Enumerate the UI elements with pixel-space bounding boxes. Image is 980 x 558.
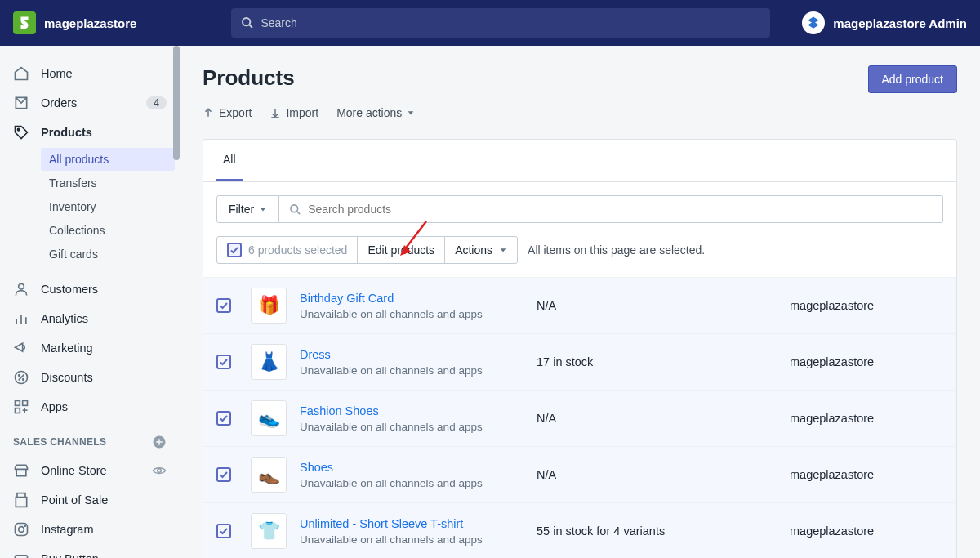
global-search[interactable] xyxy=(231,8,770,38)
select-all-checkbox[interactable] xyxy=(227,243,242,257)
export-icon xyxy=(203,107,214,118)
svg-point-21 xyxy=(158,469,162,473)
table-row[interactable]: 👞 Shoes Unavailable on all channels and … xyxy=(203,446,956,502)
product-title-link[interactable]: Birthday Gift Card xyxy=(300,292,537,305)
nav-online-store[interactable]: Online Store xyxy=(5,456,175,485)
product-title-link[interactable]: Dress xyxy=(300,348,537,361)
nav-orders-label: Orders xyxy=(41,96,77,109)
product-vendor: mageplazastore xyxy=(790,355,874,368)
svg-point-0 xyxy=(243,18,250,25)
svg-point-11 xyxy=(19,375,20,377)
product-list: 🎁 Birthday Gift Card Unavailable on all … xyxy=(203,277,956,558)
subnav-all-products[interactable]: All products xyxy=(41,148,175,171)
table-row[interactable]: 👕 Unlimited - Short Sleeve T-shirt Unava… xyxy=(203,502,956,558)
store-logo-wrap[interactable]: mageplazastore xyxy=(13,11,136,34)
row-checkbox[interactable] xyxy=(216,411,231,426)
product-thumbnail: 👕 xyxy=(251,513,287,549)
product-vendor: mageplazastore xyxy=(790,525,874,538)
bulk-toolbar: 6 products selected Edit products Action… xyxy=(216,236,518,264)
customers-icon xyxy=(13,281,29,297)
svg-point-4 xyxy=(17,128,20,131)
nav-products-label: Products xyxy=(41,126,92,139)
product-vendor: mageplazastore xyxy=(790,299,874,312)
nav-customers-label: Customers xyxy=(41,283,98,296)
subnav-transfers[interactable]: Transfers xyxy=(41,172,175,194)
page-title: Products xyxy=(203,65,295,91)
edit-products-button[interactable]: Edit products xyxy=(358,237,445,263)
scrollbar-thumb[interactable] xyxy=(173,46,180,160)
table-row[interactable]: 🎁 Birthday Gift Card Unavailable on all … xyxy=(203,277,956,333)
nav-customers[interactable]: Customers xyxy=(5,275,175,304)
row-checkbox[interactable] xyxy=(216,524,231,538)
product-subtitle: Unavailable on all channels and apps xyxy=(300,308,537,320)
import-icon xyxy=(270,107,281,118)
more-actions[interactable]: More actions xyxy=(336,106,415,119)
filter-button[interactable]: Filter xyxy=(216,195,279,223)
chevron-down-icon xyxy=(407,109,415,117)
import-action[interactable]: Import xyxy=(270,106,318,119)
row-checkbox[interactable] xyxy=(216,355,231,369)
table-row[interactable]: 👟 Fashion Shoes Unavailable on all chann… xyxy=(203,390,956,446)
nav-marketing[interactable]: Marketing xyxy=(5,333,175,363)
product-title-link[interactable]: Unlimited - Short Sleeve T-shirt xyxy=(300,517,537,530)
tab-all[interactable]: All xyxy=(216,140,243,181)
selection-count-seg[interactable]: 6 products selected xyxy=(217,237,358,263)
svg-point-5 xyxy=(19,283,24,289)
export-action[interactable]: Export xyxy=(203,106,252,119)
add-channel-icon[interactable] xyxy=(152,435,167,449)
nav-analytics[interactable]: Analytics xyxy=(5,304,175,333)
subnav-collections[interactable]: Collections xyxy=(41,219,175,242)
shopify-logo-icon xyxy=(13,11,36,34)
products-card: All Filter xyxy=(203,139,957,558)
admin-name: mageplazastore Admin xyxy=(833,16,967,30)
discounts-icon xyxy=(13,369,29,386)
row-checkbox[interactable] xyxy=(216,467,231,482)
apps-icon xyxy=(13,399,29,415)
nav-marketing-label: Marketing xyxy=(41,341,93,355)
table-row[interactable]: 👗 Dress Unavailable on all channels and … xyxy=(203,333,956,390)
nav-instagram[interactable]: Instagram xyxy=(5,515,175,544)
product-stock: N/A xyxy=(537,468,790,481)
pos-icon xyxy=(13,492,29,508)
subnav-inventory[interactable]: Inventory xyxy=(41,195,175,218)
svg-rect-15 xyxy=(16,408,20,413)
nav-products[interactable]: Products xyxy=(5,118,175,147)
instagram-icon xyxy=(13,521,29,538)
selection-note: All items on this page are selected. xyxy=(528,243,705,257)
orders-badge: 4 xyxy=(146,96,167,109)
product-search-wrap[interactable] xyxy=(279,195,943,223)
chevron-down-icon xyxy=(499,246,507,254)
nav-apps[interactable]: Apps xyxy=(5,392,175,422)
sales-channels-header: SALES CHANNELS xyxy=(5,422,175,456)
nav-apps-label: Apps xyxy=(41,400,68,413)
bulk-actions-button[interactable]: Actions xyxy=(445,237,517,263)
nav-home-label: Home xyxy=(41,67,73,80)
orders-icon xyxy=(13,95,29,111)
nav-buy-button[interactable]: Buy Button xyxy=(5,544,175,558)
nav-instagram-label: Instagram xyxy=(41,523,93,536)
nav-discounts[interactable]: Discounts xyxy=(5,363,175,392)
nav-orders[interactable]: Orders 4 xyxy=(5,88,175,118)
product-title-link[interactable]: Shoes xyxy=(300,461,537,474)
product-title-link[interactable]: Fashion Shoes xyxy=(300,404,537,417)
svg-point-23 xyxy=(19,527,24,533)
nav-pos-label: Point of Sale xyxy=(41,493,108,507)
nav-discounts-label: Discounts xyxy=(41,371,93,384)
global-search-input[interactable] xyxy=(261,16,760,29)
view-icon[interactable] xyxy=(152,463,167,478)
nav-home[interactable]: Home xyxy=(5,59,175,88)
sidebar: Home Orders 4 Products All products Tran… xyxy=(0,46,180,558)
subnav-gift-cards[interactable]: Gift cards xyxy=(41,243,175,266)
search-icon xyxy=(289,203,301,216)
product-subtitle: Unavailable on all channels and apps xyxy=(300,364,537,377)
admin-menu[interactable]: mageplazastore Admin xyxy=(802,11,967,34)
product-search-input[interactable] xyxy=(308,203,933,216)
topbar: mageplazastore mageplazastore Admin xyxy=(0,0,980,46)
nav-point-of-sale[interactable]: Point of Sale xyxy=(5,485,175,515)
row-checkbox[interactable] xyxy=(216,298,231,313)
add-product-button[interactable]: Add product xyxy=(868,65,958,93)
online-store-icon xyxy=(13,462,29,479)
product-stock: 55 in stock for 4 variants xyxy=(537,525,790,538)
product-subtitle: Unavailable on all channels and apps xyxy=(300,533,537,546)
svg-line-1 xyxy=(249,25,252,28)
